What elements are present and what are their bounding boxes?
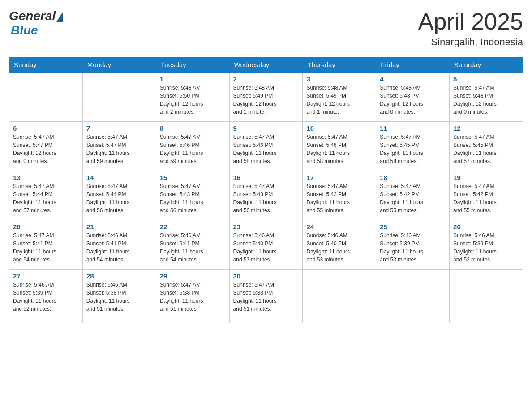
day-info: Sunrise: 5:48 AM Sunset: 5:49 PM Dayligh…	[233, 84, 299, 116]
day-number: 13	[13, 174, 79, 181]
day-info: Sunrise: 5:46 AM Sunset: 5:39 PM Dayligh…	[380, 231, 446, 264]
day-number: 8	[160, 124, 226, 132]
weekday-header-wednesday: Wednesday	[229, 57, 303, 73]
weekday-header-sunday: Sunday	[9, 57, 83, 73]
day-info: Sunrise: 5:46 AM Sunset: 5:41 PM Dayligh…	[86, 231, 152, 264]
weekday-header-monday: Monday	[82, 57, 156, 73]
day-info: Sunrise: 5:47 AM Sunset: 5:38 PM Dayligh…	[233, 281, 299, 313]
calendar-cell	[376, 270, 450, 323]
day-number: 5	[453, 75, 519, 83]
day-number: 23	[233, 223, 299, 231]
calendar-table: SundayMondayTuesdayWednesdayThursdayFrid…	[9, 57, 523, 323]
day-number: 4	[380, 75, 446, 83]
calendar-cell: 1Sunrise: 5:48 AM Sunset: 5:50 PM Daylig…	[156, 73, 229, 122]
day-number: 24	[306, 223, 372, 231]
day-number: 26	[453, 223, 519, 231]
day-info: Sunrise: 5:46 AM Sunset: 5:40 PM Dayligh…	[233, 231, 299, 264]
day-number: 15	[160, 174, 226, 181]
day-number: 25	[380, 223, 446, 231]
day-number: 28	[86, 272, 152, 280]
calendar-cell: 2Sunrise: 5:48 AM Sunset: 5:49 PM Daylig…	[229, 73, 303, 122]
day-number: 6	[13, 124, 79, 132]
day-number: 12	[453, 124, 519, 132]
day-info: Sunrise: 5:48 AM Sunset: 5:48 PM Dayligh…	[380, 84, 446, 116]
calendar-cell: 24Sunrise: 5:46 AM Sunset: 5:40 PM Dayli…	[303, 220, 376, 270]
month-year-title: April 2025	[418, 9, 523, 34]
calendar-cell: 3Sunrise: 5:48 AM Sunset: 5:49 PM Daylig…	[303, 73, 376, 122]
day-number: 7	[86, 124, 152, 132]
weekday-header-tuesday: Tuesday	[156, 57, 229, 73]
calendar-cell: 13Sunrise: 5:47 AM Sunset: 5:44 PM Dayli…	[9, 171, 83, 220]
calendar-cell: 7Sunrise: 5:47 AM Sunset: 5:47 PM Daylig…	[82, 122, 156, 171]
location-subtitle: Sinargalih, Indonesia	[418, 36, 523, 48]
calendar-cell: 16Sunrise: 5:47 AM Sunset: 5:43 PM Dayli…	[229, 171, 303, 220]
day-number: 21	[86, 223, 152, 231]
day-number: 29	[160, 272, 226, 280]
day-number: 11	[380, 124, 446, 132]
calendar-cell: 29Sunrise: 5:47 AM Sunset: 5:38 PM Dayli…	[156, 270, 229, 323]
calendar-cell: 22Sunrise: 5:46 AM Sunset: 5:41 PM Dayli…	[156, 220, 229, 270]
calendar-cell: 8Sunrise: 5:47 AM Sunset: 5:46 PM Daylig…	[156, 122, 229, 171]
calendar-cell: 30Sunrise: 5:47 AM Sunset: 5:38 PM Dayli…	[229, 270, 303, 323]
day-info: Sunrise: 5:46 AM Sunset: 5:39 PM Dayligh…	[453, 231, 519, 264]
calendar-cell: 18Sunrise: 5:47 AM Sunset: 5:42 PM Dayli…	[376, 171, 450, 220]
calendar-cell: 28Sunrise: 5:46 AM Sunset: 5:38 PM Dayli…	[82, 270, 156, 323]
day-info: Sunrise: 5:46 AM Sunset: 5:40 PM Dayligh…	[306, 231, 372, 264]
day-info: Sunrise: 5:46 AM Sunset: 5:41 PM Dayligh…	[160, 231, 226, 264]
calendar-cell	[9, 73, 83, 122]
calendar-cell: 17Sunrise: 5:47 AM Sunset: 5:42 PM Dayli…	[303, 171, 376, 220]
logo: General Blue	[9, 9, 63, 38]
calendar-cell: 15Sunrise: 5:47 AM Sunset: 5:43 PM Dayli…	[156, 171, 229, 220]
logo-general-text: General	[9, 9, 56, 23]
calendar-cell: 19Sunrise: 5:47 AM Sunset: 5:42 PM Dayli…	[450, 171, 523, 220]
calendar-week-row: 27Sunrise: 5:46 AM Sunset: 5:39 PM Dayli…	[9, 270, 523, 323]
day-number: 22	[160, 223, 226, 231]
day-number: 27	[13, 272, 79, 280]
calendar-week-row: 13Sunrise: 5:47 AM Sunset: 5:44 PM Dayli…	[9, 171, 523, 220]
day-number: 30	[233, 272, 299, 280]
calendar-cell: 27Sunrise: 5:46 AM Sunset: 5:39 PM Dayli…	[9, 270, 83, 323]
weekday-header-saturday: Saturday	[450, 57, 523, 73]
calendar-cell: 21Sunrise: 5:46 AM Sunset: 5:41 PM Dayli…	[82, 220, 156, 270]
day-number: 9	[233, 124, 299, 132]
day-number: 14	[86, 174, 152, 181]
day-info: Sunrise: 5:47 AM Sunset: 5:38 PM Dayligh…	[160, 281, 226, 313]
day-info: Sunrise: 5:47 AM Sunset: 5:41 PM Dayligh…	[13, 231, 79, 264]
calendar-cell: 4Sunrise: 5:48 AM Sunset: 5:48 PM Daylig…	[376, 73, 450, 122]
calendar-cell: 25Sunrise: 5:46 AM Sunset: 5:39 PM Dayli…	[376, 220, 450, 270]
calendar-week-row: 1Sunrise: 5:48 AM Sunset: 5:50 PM Daylig…	[9, 73, 523, 122]
page-header: General Blue April 2025 Sinargalih, Indo…	[9, 9, 523, 48]
day-info: Sunrise: 5:46 AM Sunset: 5:38 PM Dayligh…	[86, 281, 152, 313]
weekday-header-friday: Friday	[376, 57, 450, 73]
day-info: Sunrise: 5:47 AM Sunset: 5:43 PM Dayligh…	[160, 182, 226, 214]
day-info: Sunrise: 5:48 AM Sunset: 5:50 PM Dayligh…	[160, 84, 226, 116]
calendar-week-row: 6Sunrise: 5:47 AM Sunset: 5:47 PM Daylig…	[9, 122, 523, 171]
logo-triangle-icon	[56, 12, 63, 22]
weekday-header-row: SundayMondayTuesdayWednesdayThursdayFrid…	[9, 57, 523, 73]
day-number: 3	[306, 75, 372, 83]
day-info: Sunrise: 5:47 AM Sunset: 5:42 PM Dayligh…	[453, 182, 519, 214]
day-info: Sunrise: 5:47 AM Sunset: 5:47 PM Dayligh…	[13, 133, 79, 165]
day-info: Sunrise: 5:47 AM Sunset: 5:46 PM Dayligh…	[160, 133, 226, 165]
day-info: Sunrise: 5:47 AM Sunset: 5:44 PM Dayligh…	[13, 182, 79, 214]
calendar-cell: 26Sunrise: 5:46 AM Sunset: 5:39 PM Dayli…	[450, 220, 523, 270]
day-number: 1	[160, 75, 226, 83]
calendar-cell: 6Sunrise: 5:47 AM Sunset: 5:47 PM Daylig…	[9, 122, 83, 171]
day-number: 16	[233, 174, 299, 181]
day-info: Sunrise: 5:47 AM Sunset: 5:45 PM Dayligh…	[453, 133, 519, 165]
calendar-cell	[303, 270, 376, 323]
day-info: Sunrise: 5:47 AM Sunset: 5:43 PM Dayligh…	[233, 182, 299, 214]
day-number: 19	[453, 174, 519, 181]
calendar-cell: 9Sunrise: 5:47 AM Sunset: 5:46 PM Daylig…	[229, 122, 303, 171]
day-info: Sunrise: 5:47 AM Sunset: 5:46 PM Dayligh…	[306, 133, 372, 165]
logo-blue-text: Blue	[11, 23, 38, 38]
calendar-cell: 14Sunrise: 5:47 AM Sunset: 5:44 PM Dayli…	[82, 171, 156, 220]
title-block: April 2025 Sinargalih, Indonesia	[418, 9, 523, 48]
day-number: 18	[380, 174, 446, 181]
day-number: 20	[13, 223, 79, 231]
day-number: 10	[306, 124, 372, 132]
calendar-week-row: 20Sunrise: 5:47 AM Sunset: 5:41 PM Dayli…	[9, 220, 523, 270]
calendar-cell: 20Sunrise: 5:47 AM Sunset: 5:41 PM Dayli…	[9, 220, 83, 270]
day-info: Sunrise: 5:47 AM Sunset: 5:44 PM Dayligh…	[86, 182, 152, 214]
calendar-cell: 11Sunrise: 5:47 AM Sunset: 5:45 PM Dayli…	[376, 122, 450, 171]
